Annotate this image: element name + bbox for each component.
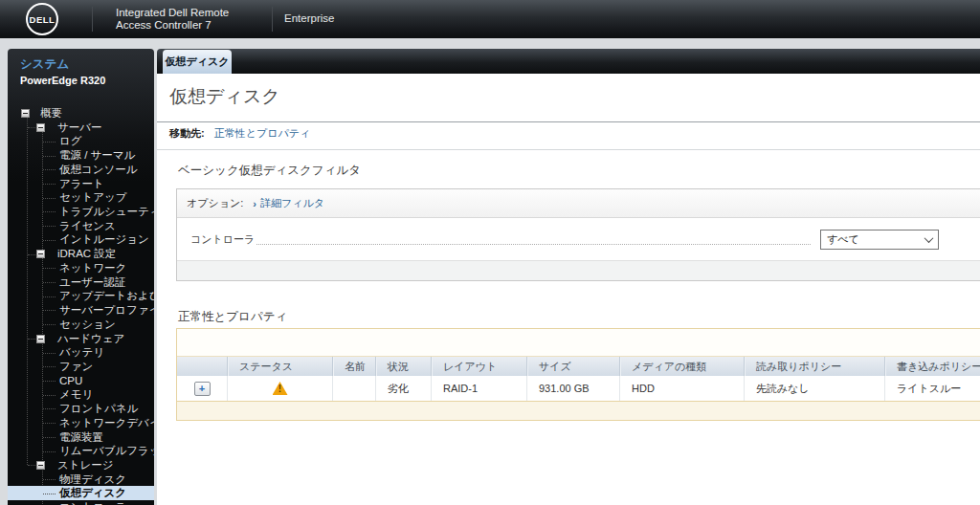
sidebar-item-logs[interactable]: ログ <box>8 134 154 148</box>
product-title-line1: Integrated Dell Remote <box>116 7 229 19</box>
sidebar-item-server[interactable]: サーバー <box>8 121 154 135</box>
jump-to-row: 移動先:正常性とプロパティ <box>169 126 310 141</box>
main-content: 仮想ディスク 移動先:正常性とプロパティ ベーシック仮想ディスクフィルタ オプシ… <box>157 74 980 505</box>
filter-box-footer <box>177 260 980 280</box>
sidebar-item-intrusion[interactable]: イントルージョン <box>8 232 154 247</box>
filter-section-heading: ベーシック仮想ディスクフィルタ <box>178 163 361 179</box>
column-header-layout: レイアウト <box>431 357 526 376</box>
chevron-down-icon <box>924 233 934 243</box>
column-header-media-type: メディアの種類 <box>619 357 744 376</box>
sidebar-item-physical-disks[interactable]: 物理ディスク <box>8 472 154 487</box>
sidebar-item-network-devices[interactable]: ネットワークデバイス <box>8 416 154 430</box>
controller-label: コントローラ <box>190 232 255 247</box>
health-section-heading: 正常性とプロパティ <box>178 309 287 325</box>
sidebar-item-power-thermal[interactable]: 電源 / サーマル <box>8 148 154 163</box>
header-divider <box>92 7 93 32</box>
tab-label: 仮想ディスク <box>165 55 229 69</box>
top-header: DELL Integrated Dell Remote Access Contr… <box>0 0 980 38</box>
collapse-icon[interactable] <box>36 123 45 132</box>
collapse-icon[interactable] <box>36 250 45 258</box>
page-title: 仮想ディスク <box>169 84 280 109</box>
sidebar-item-network[interactable]: ネットワーク <box>8 261 154 275</box>
column-header-status: ステータス <box>227 357 332 376</box>
media-type-cell: HDD <box>619 376 744 401</box>
write-policy-cell: ライトスルー <box>884 376 980 401</box>
tab-bar: 仮想ディスク <box>157 49 980 74</box>
expand-row-button[interactable]: + <box>194 382 211 396</box>
layout-cell: RAID-1 <box>431 376 526 401</box>
column-header-read-policy: 読み取りポリシー <box>744 357 884 376</box>
sidebar-item-sessions[interactable]: セッション <box>8 318 154 332</box>
sidebar-item-setup[interactable]: セットアップ <box>8 190 154 205</box>
column-header-name: 名前 <box>332 357 375 376</box>
table-row: + 劣化 RAID-1 931.00 GB HDD 先読みなし ライトスルー <box>177 376 980 401</box>
sidebar-item-cpu[interactable]: CPU <box>8 374 154 388</box>
sidebar-item-idrac-settings[interactable]: iDRAC 設定 <box>8 247 154 261</box>
title-divider <box>157 121 980 122</box>
sidebar-item-fans[interactable]: ファン <box>8 360 154 374</box>
column-header-size: サイズ <box>526 357 619 376</box>
sidebar: システム PowerEdge R320 概要 サーバー ログ 電源 / サーマル… <box>8 49 154 505</box>
virtual-disk-table: ステータス 名前 状況 レイアウト サイズ メディアの種類 読み取りポリシー 書… <box>176 328 980 421</box>
controller-filter-row: コントローラ すべて <box>177 218 980 260</box>
table-toolbar <box>177 329 980 357</box>
jump-to-label: 移動先: <box>169 127 205 139</box>
dotted-leader <box>256 244 811 245</box>
sidebar-item-virtual-disks[interactable]: 仮想ディスク <box>8 486 154 500</box>
sidebar-item-licenses[interactable]: ライセンス <box>8 219 154 233</box>
sidebar-item-storage[interactable]: ストレージ <box>8 458 154 472</box>
product-title-line2: Access Controller 7 <box>116 19 229 32</box>
product-title: Integrated Dell Remote Access Controller… <box>116 7 229 32</box>
column-header-state: 状況 <box>375 357 431 376</box>
advanced-filter-link[interactable]: 詳細フィルタ <box>260 196 324 210</box>
size-cell: 931.00 GB <box>526 376 619 401</box>
jump-to-health-link[interactable]: 正常性とプロパティ <box>214 127 311 139</box>
filter-options-bar: オプション: › 詳細フィルタ <box>177 189 980 218</box>
header-divider <box>272 7 273 32</box>
sidebar-item-controllers[interactable]: コントローラ <box>8 500 154 505</box>
controller-select-value: すべて <box>827 232 859 247</box>
sidebar-item-virtual-console[interactable]: 仮想コンソール <box>8 163 154 177</box>
status-cell <box>227 376 332 401</box>
sidebar-item-removable-flash[interactable]: リムーバブルフラッシュメ <box>8 444 154 458</box>
dell-logo-icon: DELL <box>26 3 58 35</box>
options-label: オプション: <box>187 196 243 210</box>
controller-select[interactable]: すべて <box>820 230 939 250</box>
table-header-row: ステータス 名前 状況 レイアウト サイズ メディアの種類 読み取りポリシー 書… <box>177 357 980 376</box>
table-footer <box>177 401 980 420</box>
sidebar-item-power-supplies[interactable]: 電源装置 <box>8 430 154 445</box>
sidebar-item-server-profile[interactable]: サーバープロファイル <box>8 303 154 318</box>
sidebar-item-troubleshooting[interactable]: トラブルシューティング <box>8 205 154 219</box>
collapse-icon[interactable] <box>36 461 45 470</box>
tab-virtual-disks[interactable]: 仮想ディスク <box>163 50 232 74</box>
sidebar-item-front-panel[interactable]: フロントパネル <box>8 402 154 416</box>
system-name: PowerEdge R320 <box>8 73 154 86</box>
sidebar-item-memory[interactable]: メモリ <box>8 387 154 402</box>
warning-icon <box>273 382 288 395</box>
dell-logo-text: DELL <box>30 14 56 25</box>
sidebar-item-hardware[interactable]: ハードウェア <box>8 332 154 346</box>
collapse-icon[interactable] <box>21 109 30 118</box>
name-cell <box>332 376 375 401</box>
sidebar-item-update-rollback[interactable]: アップデートおよびロール <box>8 289 154 303</box>
sidebar-item-overview[interactable]: 概要 <box>8 106 154 121</box>
navigation-tree: 概要 サーバー ログ 電源 / サーマル 仮想コンソール アラート セットアップ… <box>8 106 154 505</box>
system-section-label: システム <box>8 49 154 73</box>
expand-cell: + <box>177 376 227 401</box>
basic-filter-box: オプション: › 詳細フィルタ コントローラ すべて <box>176 188 980 281</box>
column-header-expand <box>177 357 227 376</box>
sidebar-item-alerts[interactable]: アラート <box>8 177 154 191</box>
chevron-right-icon: › <box>253 198 256 209</box>
read-policy-cell: 先読みなし <box>744 376 884 401</box>
jump-divider <box>157 149 980 150</box>
sidebar-item-user-authentication[interactable]: ユーザー認証 <box>8 275 154 290</box>
edition-label: Enterprise <box>284 12 334 24</box>
state-cell: 劣化 <box>375 376 431 401</box>
sidebar-item-batteries[interactable]: バッテリ <box>8 345 154 360</box>
collapse-icon[interactable] <box>36 335 45 343</box>
column-header-write-policy: 書き込みポリシー <box>884 357 980 376</box>
